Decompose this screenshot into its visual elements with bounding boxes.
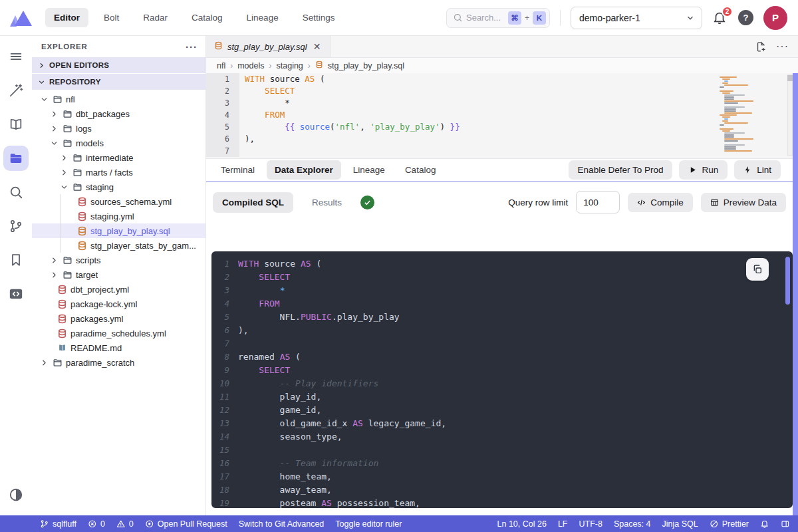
editor-more-button[interactable]: ···	[776, 43, 789, 50]
tree-item-dbt-packages[interactable]: dbt_packages	[32, 106, 205, 121]
status-spaces-4[interactable]: Spaces: 4	[614, 519, 651, 529]
minimap-line	[724, 84, 748, 86]
chevron-down-icon[interactable]	[60, 183, 68, 192]
tree-item-dbt-project-yml[interactable]: dbt_project.yml	[32, 282, 205, 297]
breadcrumb-file[interactable]: stg_play_by_play.sql	[328, 61, 404, 70]
nav-item-settings[interactable]: Settings	[294, 8, 344, 27]
chevron-right-icon[interactable]	[50, 124, 59, 133]
compiled-sql-pane[interactable]: 1WITH source AS (2 SELECT3 *4 FROM5 NFL.…	[211, 251, 793, 508]
tree-item-packages-yml[interactable]: packages.yml	[32, 311, 205, 326]
tree-item-paradime-scratch[interactable]: paradime_scratch	[32, 355, 205, 370]
status-toggle-editor-ruler[interactable]: Toggle editor ruler	[335, 519, 402, 529]
tree-item-marts-facts[interactable]: marts / facts	[32, 165, 205, 180]
book-icon[interactable]	[3, 112, 29, 137]
page-scrollbar[interactable]	[793, 73, 798, 515]
tree-item-staging-yml[interactable]: staging.yml	[32, 209, 205, 223]
compiled-scrollbar-thumb[interactable]	[785, 257, 790, 305]
status-utf-8[interactable]: UTF-8	[579, 519, 602, 529]
status-open-pull-request[interactable]: Open Pull Request	[145, 519, 227, 529]
minimap-line	[720, 88, 722, 90]
minimap[interactable]	[720, 76, 751, 152]
theme-toggle-icon[interactable]	[3, 482, 29, 507]
compile-button[interactable]: Compile	[628, 193, 693, 212]
run-button[interactable]: Run	[679, 160, 728, 180]
status-lf[interactable]: LF	[558, 519, 568, 529]
panel-tab-terminal[interactable]: Terminal	[213, 160, 263, 180]
tree-item-readme-md[interactable]: README.md	[32, 340, 205, 355]
tree-item-stg-player-stats-by-gam[interactable]: stg_player_stats_by_gam...	[32, 238, 205, 253]
tree-item-logs[interactable]: logs	[32, 121, 205, 136]
bell-icon[interactable]	[760, 519, 769, 529]
status-prettier[interactable]: Prettier	[710, 519, 749, 529]
lint-button[interactable]: Lint	[734, 160, 781, 180]
avatar[interactable]: P	[763, 6, 787, 30]
sql-editor[interactable]: 1WITH source AS (2 SELECT3 *4 FROM5 {{ s…	[206, 73, 798, 158]
chevron-right-icon[interactable]	[60, 154, 68, 162]
nav-item-editor[interactable]: Editor	[45, 8, 88, 27]
search-icon[interactable]	[3, 180, 29, 205]
tree-item-target[interactable]: target	[32, 267, 205, 282]
tree-item-staging[interactable]: staging	[32, 180, 205, 194]
editor-tab[interactable]: stg_play_by_play.sql ✕	[206, 36, 331, 57]
wand-icon[interactable]	[3, 78, 29, 103]
editor-scrollbar-thumb[interactable]	[787, 75, 793, 81]
chevron-right-icon[interactable]	[40, 358, 49, 367]
chevron-right-icon[interactable]	[50, 110, 59, 118]
chevron-down-icon[interactable]	[50, 139, 59, 148]
breadcrumb-item-staging[interactable]: staging	[277, 61, 303, 70]
nav-item-radar[interactable]: Radar	[134, 8, 176, 27]
tree-item-paradime-schedules-yml[interactable]: paradime_schedules.yml	[32, 326, 205, 340]
tree-item-stg-play-by-play-sql[interactable]: stg_play_by_play.sql	[32, 223, 205, 238]
breadcrumb[interactable]: nfl›models›staging›stg_play_by_play.sql	[206, 58, 798, 73]
search-input[interactable]	[466, 13, 505, 23]
git-branch-icon[interactable]	[3, 213, 29, 239]
defer-to-prod-button[interactable]: Enable Defer To Prod	[569, 160, 673, 180]
help-button[interactable]: ?	[738, 10, 753, 25]
compiled-sql-tab[interactable]: Compiled SQL	[213, 192, 293, 213]
bookmark-icon[interactable]	[3, 247, 29, 273]
status-ln-10-col-26[interactable]: Ln 10, Col 26	[497, 519, 547, 529]
editor-scrollbar[interactable]	[787, 74, 793, 156]
tree-item-scripts[interactable]: scripts	[32, 253, 205, 267]
nav-item-lineage[interactable]: Lineage	[238, 8, 287, 27]
menu-icon[interactable]	[3, 44, 29, 69]
chevron-down-icon[interactable]	[40, 95, 49, 104]
tree-item-label: dbt_packages	[76, 109, 130, 119]
preview-data-button[interactable]: Preview Data	[701, 193, 786, 212]
tree-item-intermediate[interactable]: intermediate	[32, 150, 205, 165]
panel-tab-lineage[interactable]: Lineage	[345, 160, 393, 180]
tree-item-nfl[interactable]: nfl	[32, 92, 205, 106]
status-sqlfluff[interactable]: sqlfluff	[40, 519, 76, 529]
chevron-right-icon[interactable]	[60, 168, 68, 177]
breadcrumb-item-nfl[interactable]: nfl	[217, 61, 225, 70]
tree-item-models[interactable]: models	[32, 136, 205, 150]
notifications-button[interactable]: 2	[712, 10, 728, 26]
panel-tab-catalog[interactable]: Catalog	[397, 160, 444, 180]
status-jinja-sql[interactable]: Jinja SQL	[662, 519, 698, 529]
folder-icon[interactable]	[3, 146, 29, 171]
search-box[interactable]: ⌘ + K	[446, 8, 550, 28]
repository-section[interactable]: REPOSITORY	[32, 74, 205, 90]
results-tab[interactable]: Results	[303, 192, 351, 213]
nav-item-catalog[interactable]: Catalog	[183, 8, 231, 27]
new-file-icon[interactable]	[755, 41, 767, 53]
breadcrumb-item-models[interactable]: models	[237, 61, 264, 70]
tree-item-package-lock-yml[interactable]: package-lock.yml	[32, 297, 205, 311]
chevron-right-icon[interactable]	[50, 271, 59, 279]
panel-tab-data-explorer[interactable]: Data Explorer	[267, 160, 341, 180]
copy-button[interactable]	[746, 258, 769, 281]
nav-item-bolt[interactable]: Bolt	[95, 8, 128, 27]
close-tab-icon[interactable]: ✕	[312, 41, 323, 52]
open-editors-section[interactable]: OPEN EDITORS	[32, 57, 205, 73]
status-0[interactable]: 0	[116, 519, 134, 529]
code-block-icon[interactable]	[3, 281, 29, 307]
query-row-limit-input[interactable]	[576, 191, 620, 213]
workspace-select[interactable]: demo-parker-1	[571, 7, 702, 29]
layout-icon[interactable]	[781, 519, 790, 529]
tree-item-sources-schema-yml[interactable]: sources_schema.yml	[32, 194, 205, 209]
explorer-menu-button[interactable]: ···	[186, 41, 198, 53]
status-switch-to-git-advanced[interactable]: Switch to Git Advanced	[239, 519, 325, 529]
code-text: ),	[238, 324, 249, 337]
chevron-right-icon[interactable]	[50, 256, 59, 265]
status-0[interactable]: 0	[88, 519, 105, 529]
